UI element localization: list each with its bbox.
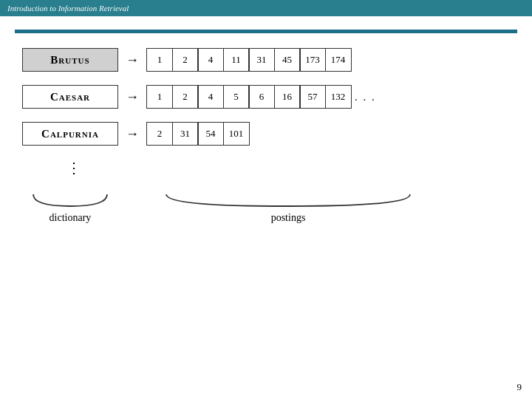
posting-cell: 4: [197, 85, 224, 109]
ellipsis: . . .: [355, 91, 376, 103]
posting-cell: 2: [146, 122, 173, 146]
posting-cell: 174: [325, 48, 352, 72]
dictionary-brace: [30, 193, 111, 209]
posting-cell: 57: [299, 85, 326, 109]
posting-cell: 11: [223, 48, 250, 72]
posting-cell: 54: [197, 122, 224, 146]
rows-container: Brutus→124113145173174Caesar→12456165713…: [22, 48, 510, 146]
vertical-dots: ⋮: [66, 159, 510, 177]
page-number: 9: [517, 381, 522, 393]
posting-cell: 5: [223, 85, 250, 109]
posting-cell: 173: [299, 48, 326, 72]
postings-cells: 124113145173174: [146, 48, 350, 72]
term-box: Brutus: [22, 48, 118, 72]
postings-cells: 124561657132. . .: [146, 85, 376, 109]
term-row: Calpurnia→23154101: [22, 122, 510, 146]
header-title: Introduction to Information Retrieval: [7, 4, 129, 13]
posting-cell: 16: [274, 85, 301, 109]
postings-label: postings: [271, 212, 306, 224]
arrow-icon: →: [126, 89, 139, 105]
arrow-icon: →: [126, 126, 139, 142]
dictionary-group: dictionary: [30, 193, 111, 224]
term-box: Caesar: [22, 85, 118, 109]
header-bar: Introduction to Information Retrieval: [0, 0, 532, 16]
postings-group: postings: [163, 193, 414, 224]
posting-cell: 31: [172, 122, 199, 146]
term-row: Caesar→124561657132. . .: [22, 85, 510, 109]
posting-cell: 4: [197, 48, 224, 72]
posting-cell: 1: [146, 85, 173, 109]
bottom-section: dictionary postings: [0, 193, 532, 224]
postings-cells: 23154101: [146, 122, 248, 146]
posting-cell: 31: [248, 48, 275, 72]
term-row: Brutus→124113145173174: [22, 48, 510, 72]
term-box: Calpurnia: [22, 122, 118, 146]
posting-cell: 6: [248, 85, 275, 109]
postings-brace: [163, 193, 414, 209]
main-content: Brutus→124113145173174Caesar→12456165713…: [0, 33, 532, 191]
posting-cell: 45: [274, 48, 301, 72]
arrow-icon: →: [126, 52, 139, 68]
posting-cell: 1: [146, 48, 173, 72]
dictionary-label: dictionary: [50, 212, 92, 224]
posting-cell: 2: [172, 48, 199, 72]
posting-cell: 2: [172, 85, 199, 109]
posting-cell: 132: [325, 85, 352, 109]
posting-cell: 101: [223, 122, 250, 146]
